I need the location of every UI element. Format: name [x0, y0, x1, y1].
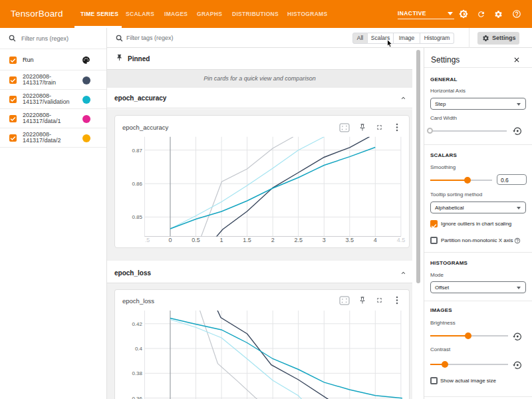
svg-text:0: 0	[168, 237, 172, 243]
svg-text:3.5: 3.5	[346, 237, 354, 243]
svg-text:0.86: 0.86	[132, 181, 142, 187]
svg-text:0.38: 0.38	[132, 370, 142, 376]
svg-text:0.87: 0.87	[132, 148, 142, 154]
svg-text:-0.5: -0.5	[140, 237, 150, 243]
svg-text:3: 3	[323, 237, 326, 243]
svg-text:0.42: 0.42	[132, 321, 142, 327]
svg-text:4.5: 4.5	[397, 237, 406, 243]
svg-text:0.36: 0.36	[132, 396, 142, 399]
svg-text:2: 2	[271, 237, 275, 243]
svg-text:4: 4	[374, 237, 377, 243]
svg-text:0.5: 0.5	[192, 237, 200, 243]
svg-text:0.85: 0.85	[132, 214, 142, 220]
svg-text:1: 1	[220, 237, 223, 243]
svg-text:1.5: 1.5	[243, 237, 251, 243]
svg-text:2.5: 2.5	[294, 237, 303, 243]
svg-text:0.4: 0.4	[135, 346, 143, 352]
